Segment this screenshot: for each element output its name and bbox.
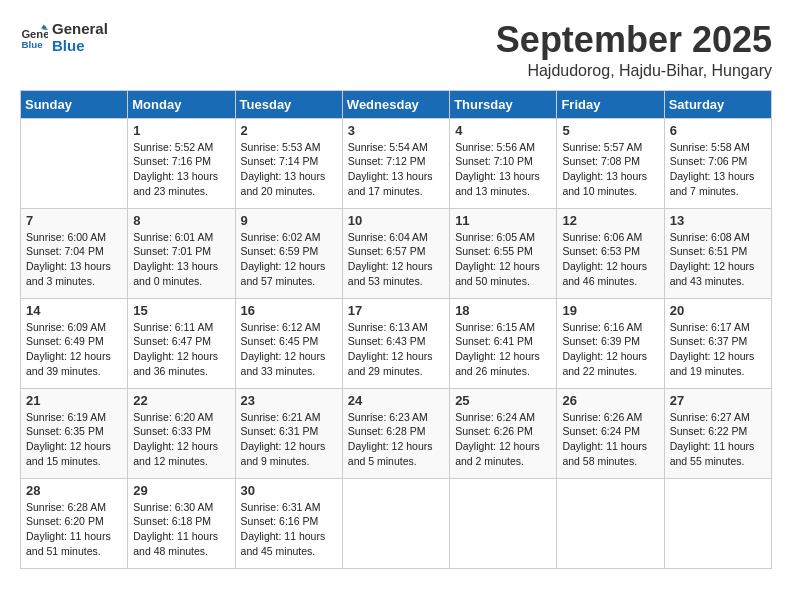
day-info: Sunrise: 5:53 AM Sunset: 7:14 PM Dayligh… — [241, 140, 337, 199]
day-info: Sunrise: 6:23 AM Sunset: 6:28 PM Dayligh… — [348, 410, 444, 469]
day-number: 13 — [670, 213, 766, 228]
calendar-cell — [21, 118, 128, 208]
calendar-cell: 10Sunrise: 6:04 AM Sunset: 6:57 PM Dayli… — [342, 208, 449, 298]
calendar-cell: 11Sunrise: 6:05 AM Sunset: 6:55 PM Dayli… — [450, 208, 557, 298]
calendar-cell: 17Sunrise: 6:13 AM Sunset: 6:43 PM Dayli… — [342, 298, 449, 388]
day-number: 20 — [670, 303, 766, 318]
calendar-header-row: SundayMondayTuesdayWednesdayThursdayFrid… — [21, 90, 772, 118]
day-info: Sunrise: 6:20 AM Sunset: 6:33 PM Dayligh… — [133, 410, 229, 469]
day-info: Sunrise: 5:57 AM Sunset: 7:08 PM Dayligh… — [562, 140, 658, 199]
day-info: Sunrise: 6:04 AM Sunset: 6:57 PM Dayligh… — [348, 230, 444, 289]
day-number: 11 — [455, 213, 551, 228]
logo-text-line1: General — [52, 20, 108, 37]
day-info: Sunrise: 6:11 AM Sunset: 6:47 PM Dayligh… — [133, 320, 229, 379]
calendar-cell: 13Sunrise: 6:08 AM Sunset: 6:51 PM Dayli… — [664, 208, 771, 298]
day-info: Sunrise: 6:00 AM Sunset: 7:04 PM Dayligh… — [26, 230, 122, 289]
logo: General Blue General Blue — [20, 20, 108, 54]
day-number: 3 — [348, 123, 444, 138]
day-info: Sunrise: 5:52 AM Sunset: 7:16 PM Dayligh… — [133, 140, 229, 199]
calendar-cell: 15Sunrise: 6:11 AM Sunset: 6:47 PM Dayli… — [128, 298, 235, 388]
day-number: 5 — [562, 123, 658, 138]
calendar-cell: 27Sunrise: 6:27 AM Sunset: 6:22 PM Dayli… — [664, 388, 771, 478]
calendar-cell: 26Sunrise: 6:26 AM Sunset: 6:24 PM Dayli… — [557, 388, 664, 478]
calendar-cell: 3Sunrise: 5:54 AM Sunset: 7:12 PM Daylig… — [342, 118, 449, 208]
svg-text:Blue: Blue — [21, 39, 43, 50]
calendar-cell: 4Sunrise: 5:56 AM Sunset: 7:10 PM Daylig… — [450, 118, 557, 208]
day-number: 21 — [26, 393, 122, 408]
day-number: 1 — [133, 123, 229, 138]
calendar-table: SundayMondayTuesdayWednesdayThursdayFrid… — [20, 90, 772, 569]
day-info: Sunrise: 6:17 AM Sunset: 6:37 PM Dayligh… — [670, 320, 766, 379]
day-number: 26 — [562, 393, 658, 408]
day-number: 7 — [26, 213, 122, 228]
logo-text-line2: Blue — [52, 37, 108, 54]
day-info: Sunrise: 6:30 AM Sunset: 6:18 PM Dayligh… — [133, 500, 229, 559]
day-number: 8 — [133, 213, 229, 228]
calendar-cell: 7Sunrise: 6:00 AM Sunset: 7:04 PM Daylig… — [21, 208, 128, 298]
day-number: 17 — [348, 303, 444, 318]
calendar-cell: 24Sunrise: 6:23 AM Sunset: 6:28 PM Dayli… — [342, 388, 449, 478]
day-number: 24 — [348, 393, 444, 408]
logo-icon: General Blue — [20, 23, 48, 51]
day-info: Sunrise: 6:16 AM Sunset: 6:39 PM Dayligh… — [562, 320, 658, 379]
calendar-cell: 2Sunrise: 5:53 AM Sunset: 7:14 PM Daylig… — [235, 118, 342, 208]
day-info: Sunrise: 6:12 AM Sunset: 6:45 PM Dayligh… — [241, 320, 337, 379]
day-number: 16 — [241, 303, 337, 318]
day-info: Sunrise: 6:05 AM Sunset: 6:55 PM Dayligh… — [455, 230, 551, 289]
header-thursday: Thursday — [450, 90, 557, 118]
calendar-cell: 14Sunrise: 6:09 AM Sunset: 6:49 PM Dayli… — [21, 298, 128, 388]
calendar-cell — [342, 478, 449, 568]
day-info: Sunrise: 5:56 AM Sunset: 7:10 PM Dayligh… — [455, 140, 551, 199]
day-info: Sunrise: 6:01 AM Sunset: 7:01 PM Dayligh… — [133, 230, 229, 289]
title-block: September 2025 Hajdudorog, Hajdu-Bihar, … — [496, 20, 772, 80]
day-number: 27 — [670, 393, 766, 408]
day-number: 28 — [26, 483, 122, 498]
calendar-week-3: 14Sunrise: 6:09 AM Sunset: 6:49 PM Dayli… — [21, 298, 772, 388]
calendar-cell: 30Sunrise: 6:31 AM Sunset: 6:16 PM Dayli… — [235, 478, 342, 568]
calendar-cell: 18Sunrise: 6:15 AM Sunset: 6:41 PM Dayli… — [450, 298, 557, 388]
day-number: 18 — [455, 303, 551, 318]
day-number: 22 — [133, 393, 229, 408]
calendar-cell: 22Sunrise: 6:20 AM Sunset: 6:33 PM Dayli… — [128, 388, 235, 478]
calendar-cell: 12Sunrise: 6:06 AM Sunset: 6:53 PM Dayli… — [557, 208, 664, 298]
calendar-cell — [664, 478, 771, 568]
calendar-week-1: 1Sunrise: 5:52 AM Sunset: 7:16 PM Daylig… — [21, 118, 772, 208]
day-info: Sunrise: 6:19 AM Sunset: 6:35 PM Dayligh… — [26, 410, 122, 469]
calendar-cell — [450, 478, 557, 568]
header-sunday: Sunday — [21, 90, 128, 118]
header-tuesday: Tuesday — [235, 90, 342, 118]
day-info: Sunrise: 6:26 AM Sunset: 6:24 PM Dayligh… — [562, 410, 658, 469]
day-number: 14 — [26, 303, 122, 318]
day-info: Sunrise: 6:09 AM Sunset: 6:49 PM Dayligh… — [26, 320, 122, 379]
day-info: Sunrise: 6:15 AM Sunset: 6:41 PM Dayligh… — [455, 320, 551, 379]
day-number: 6 — [670, 123, 766, 138]
day-info: Sunrise: 6:24 AM Sunset: 6:26 PM Dayligh… — [455, 410, 551, 469]
day-info: Sunrise: 6:06 AM Sunset: 6:53 PM Dayligh… — [562, 230, 658, 289]
day-info: Sunrise: 6:02 AM Sunset: 6:59 PM Dayligh… — [241, 230, 337, 289]
calendar-week-2: 7Sunrise: 6:00 AM Sunset: 7:04 PM Daylig… — [21, 208, 772, 298]
day-info: Sunrise: 5:54 AM Sunset: 7:12 PM Dayligh… — [348, 140, 444, 199]
day-info: Sunrise: 6:13 AM Sunset: 6:43 PM Dayligh… — [348, 320, 444, 379]
day-number: 30 — [241, 483, 337, 498]
day-info: Sunrise: 6:21 AM Sunset: 6:31 PM Dayligh… — [241, 410, 337, 469]
calendar-cell: 28Sunrise: 6:28 AM Sunset: 6:20 PM Dayli… — [21, 478, 128, 568]
location-title: Hajdudorog, Hajdu-Bihar, Hungary — [496, 62, 772, 80]
day-number: 29 — [133, 483, 229, 498]
calendar-cell: 20Sunrise: 6:17 AM Sunset: 6:37 PM Dayli… — [664, 298, 771, 388]
calendar-cell: 16Sunrise: 6:12 AM Sunset: 6:45 PM Dayli… — [235, 298, 342, 388]
day-info: Sunrise: 6:27 AM Sunset: 6:22 PM Dayligh… — [670, 410, 766, 469]
month-title: September 2025 — [496, 20, 772, 60]
day-info: Sunrise: 6:31 AM Sunset: 6:16 PM Dayligh… — [241, 500, 337, 559]
day-number: 10 — [348, 213, 444, 228]
day-number: 2 — [241, 123, 337, 138]
calendar-cell: 21Sunrise: 6:19 AM Sunset: 6:35 PM Dayli… — [21, 388, 128, 478]
header-friday: Friday — [557, 90, 664, 118]
calendar-cell: 25Sunrise: 6:24 AM Sunset: 6:26 PM Dayli… — [450, 388, 557, 478]
header-wednesday: Wednesday — [342, 90, 449, 118]
calendar-week-5: 28Sunrise: 6:28 AM Sunset: 6:20 PM Dayli… — [21, 478, 772, 568]
calendar-cell: 23Sunrise: 6:21 AM Sunset: 6:31 PM Dayli… — [235, 388, 342, 478]
day-number: 9 — [241, 213, 337, 228]
day-number: 23 — [241, 393, 337, 408]
page-header: General Blue General Blue September 2025… — [20, 20, 772, 80]
calendar-cell: 1Sunrise: 5:52 AM Sunset: 7:16 PM Daylig… — [128, 118, 235, 208]
